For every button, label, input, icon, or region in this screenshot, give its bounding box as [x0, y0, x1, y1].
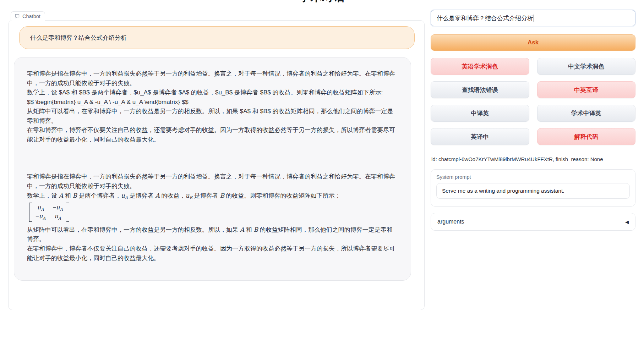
bot-rendered-paragraph-1: 零和博弈是指在博弈中，一方的利益损失必然等于另一方的利益增益。换言之，对于每一种… [27, 172, 398, 191]
user-message-bubble: 什么是零和博弈？结合公式介绍分析 [19, 26, 415, 49]
chatbot-label-text: Chatbot [22, 13, 40, 19]
button-zh-en-mutual-translate[interactable]: 中英互译 [537, 81, 636, 98]
control-column: 什么是零和博弈？结合公式介绍分析 Ask 英语学术润色 中文学术润色 查找语法错… [431, 0, 635, 341]
matrix-cell: uA [54, 212, 61, 221]
matrix-left-bracket [29, 203, 32, 222]
matrix-cells: uA −uA −uA uA [32, 203, 66, 222]
matrix-cell: −uA [36, 212, 45, 221]
bot-message-bubble: 零和博弈是指在博弈中，一方的利益损失必然等于另一方的利益增益。换言之，对于每一种… [14, 57, 411, 281]
bot-rendered-paragraph-4: 从矩阵中可以看出，在零和博弈中，一方的收益是另一方的相反数。所以，如果 A 和 … [27, 225, 398, 244]
accordion-collapse-icon: ◀ [625, 219, 629, 225]
chat-bubble-icon [15, 13, 20, 19]
bot-raw-paragraph-5: 在零和博弈中，博弈者不仅要关注自己的收益，还需要考虑对手的收益。因为一方取得的收… [27, 126, 398, 144]
bot-rendered-paragraph-2: 数学上，设 A 和 B 是两个博弈者，uA 是博弈者 A 的收益，uB 是博弈者… [27, 191, 398, 201]
text-caret [534, 15, 534, 22]
arguments-accordion-label: arguments [437, 219, 464, 225]
page-title-text: 学术对话 [299, 0, 345, 3]
system-prompt-value: Serve me as a writing and programming as… [442, 188, 564, 194]
bot-rendered-paragraph-5: 在零和博弈中，博弈者不仅要关注自己的收益，还需要考虑对手的收益。因为一方取得的收… [27, 244, 398, 263]
matrix-cell: uA [37, 203, 44, 212]
payoff-matrix-line: uA −uA −uA uA [27, 201, 398, 225]
button-chinese-academic-polish[interactable]: 中文学术润色 [537, 58, 636, 75]
system-prompt-label: System prompt [436, 174, 630, 180]
button-academic-zh-to-en[interactable]: 学术中译英 [537, 105, 636, 122]
user-message-text: 什么是零和博弈？结合公式介绍分析 [30, 34, 127, 42]
payoff-matrix: uA −uA −uA uA [29, 203, 69, 222]
button-explain-code[interactable]: 解释代码 [537, 128, 636, 145]
arguments-accordion[interactable]: arguments ◀ [431, 213, 635, 231]
ask-button-label: Ask [528, 39, 539, 46]
quick-action-grid: 英语学术润色 中文学术润色 查找语法错误 中英互译 中译英 学术中译英 英译中 … [431, 58, 635, 145]
matrix-right-bracket [66, 203, 69, 222]
chatbot-panel: 什么是零和博弈？结合公式介绍分析 零和博弈是指在博弈中，一方的利益损失必然等于另… [8, 20, 425, 310]
bot-raw-paragraph-2: 数学上，设 $A$ 和 $B$ 是两个博弈者，$u_A$ 是博弈者 $A$ 的收… [27, 88, 398, 98]
button-find-grammar-errors[interactable]: 查找语法错误 [431, 81, 529, 98]
bot-raw-paragraph-4: 从矩阵中可以看出，在零和博弈中，一方的收益是另一方的相反数。所以，如果 $A$ … [27, 107, 398, 126]
paragraph-gap [27, 144, 398, 172]
ask-button[interactable]: Ask [431, 34, 635, 51]
bot-raw-latex-matrix: $$ \begin{bmatrix} u_A & -u_A \ -u_A & u… [27, 98, 398, 107]
button-en-to-zh[interactable]: 英译中 [431, 128, 529, 145]
button-zh-to-en[interactable]: 中译英 [431, 105, 529, 122]
button-english-academic-polish[interactable]: 英语学术润色 [431, 58, 529, 75]
question-input-value: 什么是零和博弈？结合公式介绍分析 [437, 14, 533, 22]
chatbot-panel-label: Chatbot [11, 11, 45, 21]
bot-raw-paragraph-1: 零和博弈是指在博弈中，一方的利益损失必然等于另一方的利益增益。换言之，对于每一种… [27, 69, 398, 88]
question-input[interactable]: 什么是零和博弈？结合公式介绍分析 [431, 10, 635, 26]
system-prompt-group: System prompt Serve me as a writing and … [431, 169, 635, 207]
response-id-status: id: chatcmpl-6wOo7KrYTwMl89lbrMWRu4UkFFX… [431, 156, 603, 162]
matrix-cell: −uA [53, 203, 62, 212]
system-prompt-input[interactable]: Serve me as a writing and programming as… [436, 183, 630, 199]
